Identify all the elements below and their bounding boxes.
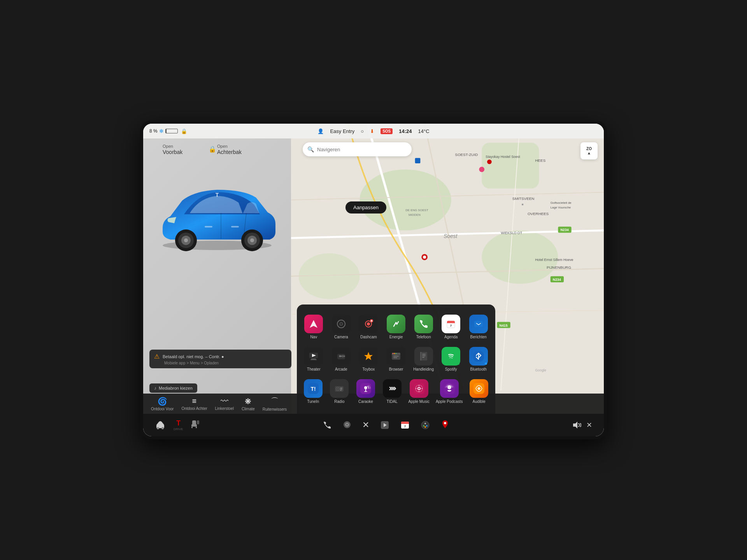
- app-radio[interactable]: Radio: [328, 377, 351, 406]
- notification-panel: ⚠ Betaald opl. niet mog. – Contr. ● Mobi…: [149, 350, 291, 368]
- app-agenda[interactable]: 7 Agenda: [439, 312, 463, 341]
- notification-subtext: Mobiele app > Menu > Opladen: [154, 361, 287, 365]
- svg-point-127: [346, 424, 348, 425]
- app-browser[interactable]: Browser: [384, 345, 409, 374]
- app-camera[interactable]: Camera: [329, 312, 354, 341]
- energie-icon: [387, 315, 405, 333]
- media-text: Mediabron kiezen: [159, 386, 193, 390]
- browser-icon: [387, 347, 405, 366]
- temperature: 14°C: [418, 128, 430, 134]
- svg-text:N415: N415: [500, 324, 508, 327]
- app-applepodcasts[interactable]: Apple Podcasts: [434, 377, 465, 406]
- svg-point-86: [395, 353, 396, 354]
- browser-label: Browser: [389, 367, 403, 371]
- app-tidal[interactable]: TIDAL: [381, 377, 404, 406]
- svg-rect-91: [422, 357, 424, 358]
- notification-warning-icon: ⚠: [154, 353, 160, 360]
- svg-rect-20: [415, 158, 421, 163]
- aanpassen-button[interactable]: Aanpassen: [345, 201, 386, 214]
- dashcam-icon: [359, 315, 378, 333]
- search-icon: 🔍: [307, 146, 314, 152]
- app-bluetooth[interactable]: Bluetooth: [466, 345, 491, 374]
- svg-rect-82: [393, 356, 399, 357]
- svg-rect-100: [340, 389, 342, 390]
- taskbar-star[interactable]: [421, 420, 430, 430]
- clock: 14:24: [399, 128, 412, 134]
- taskbar-car[interactable]: [155, 420, 166, 430]
- radio-label: Radio: [334, 399, 344, 404]
- ontdooi-voor-icon: 🌀: [158, 397, 167, 406]
- taskbar-mappin[interactable]: [441, 420, 449, 430]
- app-dashcam[interactable]: Dashcam: [356, 312, 381, 341]
- taskbar-phone[interactable]: [323, 420, 332, 430]
- svg-point-74: [344, 355, 345, 357]
- nav-label: Nav: [310, 335, 317, 339]
- screen: N234 N234 N415 SOEST-ZUID HEES SMITSVEEN: [143, 124, 604, 436]
- app-launcher: Nav Camera Dashcam: [297, 304, 495, 414]
- svg-text:7: 7: [404, 425, 406, 428]
- climate-linkerstoel[interactable]: 〰 Linkerstoel: [215, 397, 234, 411]
- svg-text:N234: N234: [553, 278, 561, 282]
- climate-climate[interactable]: ❋ Climate: [242, 397, 255, 411]
- taskbar-close[interactable]: ✕: [362, 420, 369, 430]
- svg-point-49: [250, 238, 254, 242]
- volume-x-icon[interactable]: ✕: [586, 421, 592, 429]
- app-theater[interactable]: Theater: [302, 345, 326, 374]
- app-spotify[interactable]: Spotify: [439, 345, 463, 374]
- svg-text:SOEST-ZUID: SOEST-ZUID: [455, 152, 478, 157]
- app-audible[interactable]: Audible: [467, 377, 491, 406]
- app-berichten[interactable]: Berichten: [466, 312, 491, 341]
- app-caraoke[interactable]: Caraoke: [354, 377, 377, 406]
- achterbak-label: Achterbak: [217, 149, 242, 155]
- svg-rect-89: [422, 354, 426, 355]
- app-toybox[interactable]: Toybox: [356, 345, 381, 374]
- caraoke-icon: [356, 379, 375, 398]
- svg-text:Golfsocieteit de: Golfsocieteit de: [551, 201, 572, 205]
- search-bar[interactable]: 🔍: [303, 142, 412, 156]
- notification-row: ⚠ Betaald opl. niet mog. – Contr. ●: [154, 353, 287, 360]
- app-applemusic[interactable]: Apple Music: [407, 377, 431, 406]
- svg-text:Lage Vuursche: Lage Vuursche: [551, 206, 571, 209]
- app-nav[interactable]: Nav: [302, 312, 326, 341]
- app-energie[interactable]: Energie: [384, 312, 409, 341]
- climate-ontdooi-voor[interactable]: 🌀 Ontdooi Voor: [151, 397, 174, 411]
- svg-rect-37: [522, 204, 523, 205]
- svg-text:HEES: HEES: [535, 158, 546, 163]
- climate-ontdooi-achter[interactable]: ≡ Ontdooi Achter: [181, 397, 207, 411]
- app-tunein[interactable]: T! TuneIn: [302, 377, 325, 406]
- lock-symbol: 🔒: [209, 145, 216, 153]
- taskbar-play[interactable]: [380, 420, 389, 430]
- taskbar-calendar[interactable]: 7: [400, 420, 410, 430]
- sos-badge: SOS: [381, 128, 393, 134]
- search-input[interactable]: [317, 147, 407, 152]
- taskbar-seats: [191, 419, 200, 431]
- spotify-label: Spotify: [445, 367, 457, 371]
- voorbak-open-label: Open: [163, 144, 182, 149]
- svg-text:Soest: Soest: [444, 233, 458, 239]
- app-handleiding[interactable]: Handleiding: [411, 345, 436, 374]
- svg-point-58: [367, 322, 370, 326]
- svg-rect-88: [420, 352, 421, 360]
- spotify-dot: [457, 362, 459, 365]
- arcade-label: Arcade: [335, 367, 347, 371]
- car-panel: Open Voorbak Open Achterbak 🔒: [143, 138, 291, 414]
- svg-point-19: [423, 256, 426, 259]
- climate-label-txt: Climate: [242, 407, 255, 411]
- svg-rect-70: [311, 359, 316, 359]
- agenda-label: Agenda: [444, 335, 458, 339]
- taskbar-marker[interactable]: [343, 420, 351, 430]
- car-illustration: T: [147, 170, 287, 255]
- taskbar-volume[interactable]: [572, 420, 582, 430]
- berichten-icon: [469, 315, 488, 333]
- download-icon: ⬇: [370, 128, 374, 134]
- svg-rect-67: [474, 321, 483, 327]
- app-arcade[interactable]: Arcade: [329, 345, 354, 374]
- media-bar[interactable]: ♪ Mediabron kiezen: [149, 383, 197, 393]
- zoom-control[interactable]: ZO ▲: [580, 142, 598, 159]
- svg-point-84: [392, 353, 393, 354]
- svg-point-2: [482, 231, 558, 284]
- tidal-label: TIDAL: [386, 399, 397, 404]
- svg-text:Google: Google: [535, 368, 547, 372]
- app-telefoon[interactable]: Telefoon: [411, 312, 436, 341]
- climate-ruitenwissers[interactable]: ⌒ Ruitenwissers: [263, 396, 287, 411]
